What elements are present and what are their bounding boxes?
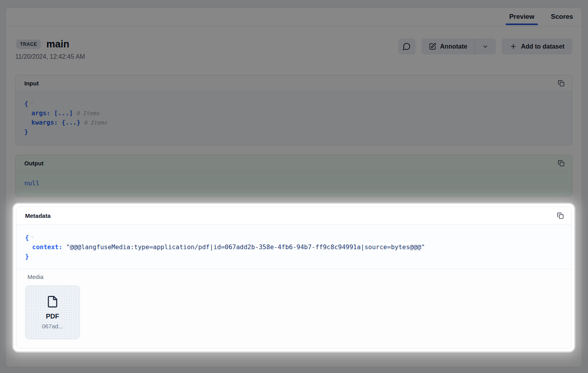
trace-header: TRACE main 11/20/2024, 12:42:45 AM (15, 38, 572, 60)
output-json-viewer: null (16, 171, 572, 196)
annotate-dropdown-button[interactable] (475, 38, 496, 54)
media-file-id: 067ad... (42, 323, 63, 330)
media-section: Media PDF 067ad... (16, 269, 571, 348)
collapse-chevron-icon[interactable] (30, 233, 35, 242)
metadata-panel-title: Metadata (25, 212, 51, 219)
langfuse-media-string: "@@@langfuseMedia:type=application/pdf|i… (66, 243, 425, 251)
tab-preview-label: Preview (509, 13, 534, 21)
trace-badge: TRACE (16, 40, 41, 49)
collapse-chevron-icon[interactable] (29, 99, 34, 108)
metadata-json-viewer: { context: "@@@langfuseMedia:type=applic… (16, 225, 571, 269)
json-close-brace: } (24, 128, 28, 136)
input-panel: Input { args: [...] 0 Items kwargs: {...… (15, 75, 572, 145)
metadata-copy-button[interactable] (556, 212, 564, 220)
tab-preview[interactable]: Preview (506, 8, 538, 26)
output-null-value: null (24, 179, 40, 187)
annotate-button[interactable]: Annotate (421, 38, 475, 54)
copy-icon (558, 160, 564, 167)
output-panel: Output null (15, 155, 572, 197)
media-file-type: PDF (46, 313, 59, 320)
input-json-viewer: { args: [...] 0 Items kwargs: {...} 0 It… (16, 91, 572, 145)
json-entry-context: context: "@@@langfuseMedia:type=applicat… (25, 243, 563, 252)
chevron-down-icon (482, 43, 488, 50)
annotate-pen-icon (429, 43, 436, 50)
page-title: main (46, 38, 69, 50)
copy-icon (557, 212, 564, 219)
input-copy-button[interactable] (557, 79, 565, 87)
trace-timestamp: 11/20/2024, 12:42:45 AM (15, 53, 85, 60)
tab-scores-label: Scores (551, 13, 573, 21)
tab-bar: Preview Scores (6, 8, 582, 26)
json-entry-args: args: [...] 0 Items (24, 109, 563, 118)
comment-button[interactable] (398, 38, 416, 54)
annotate-label: Annotate (440, 43, 467, 50)
input-panel-title: Input (24, 80, 39, 87)
copy-icon (558, 80, 564, 87)
json-open-brace: { (24, 100, 28, 107)
plus-icon (510, 43, 517, 50)
json-items-count: 0 Items (77, 110, 100, 116)
tab-scores[interactable]: Scores (547, 8, 577, 26)
add-to-dataset-button[interactable]: Add to dataset (502, 38, 572, 54)
json-open-brace: { (25, 234, 29, 241)
header-actions: Annotate Add to dataset (398, 38, 572, 54)
media-pdf-card[interactable]: PDF 067ad... (25, 285, 80, 339)
output-panel-title: Output (24, 160, 44, 167)
file-icon (46, 295, 59, 308)
media-section-label: Media (27, 273, 563, 280)
json-entry-kwargs: kwargs: {...} 0 Items (24, 118, 563, 127)
comment-icon (403, 42, 411, 51)
annotate-split-button: Annotate (421, 38, 496, 54)
add-to-dataset-label: Add to dataset (521, 43, 564, 50)
json-close-brace: } (25, 253, 29, 260)
metadata-spotlight: Metadata { context: "@@@langfuseMedia:ty… (13, 204, 574, 351)
trace-detail-panel: Preview Scores TRACE main 11/20/2024, 12… (5, 7, 582, 367)
metadata-panel: Metadata { context: "@@@langfuseMedia:ty… (16, 206, 572, 349)
output-copy-button[interactable] (557, 159, 565, 167)
json-items-count: 0 Items (84, 120, 107, 126)
